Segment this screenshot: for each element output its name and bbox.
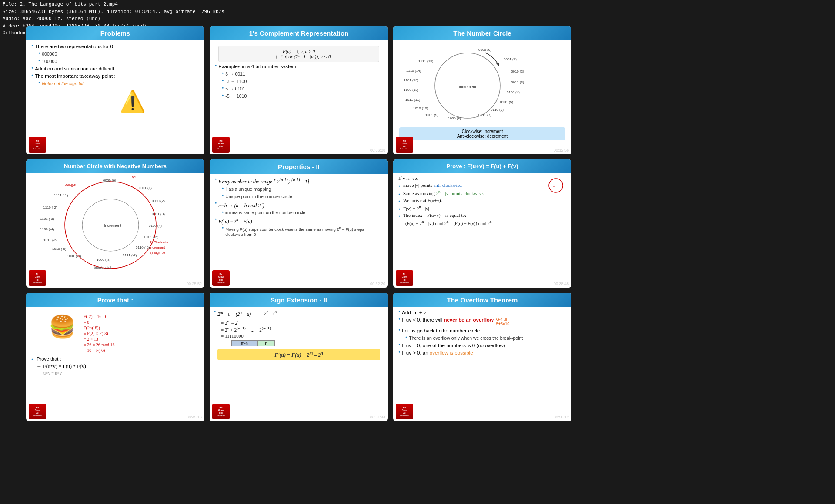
clockwise-label: Clockwise: increment	[403, 129, 562, 134]
mcgraw-logo: McGrawHillEducation	[29, 404, 46, 419]
svg-text:0011 (3): 0011 (3)	[152, 212, 165, 216]
burger-formulas: F(-2) = 16 - 6 = 0 F(2×(-8)) ≡ F(2) × F(…	[80, 314, 115, 353]
svg-text:0010 (2): 0010 (2)	[511, 70, 524, 73]
svg-text:0110 (6): 0110 (6)	[491, 108, 504, 112]
sub-formula: u×v ≡ u×v	[43, 371, 199, 375]
slide-properties-ii-body: ● Every number in the range [-2(n-1),2(n…	[210, 174, 388, 242]
se-line-1: ● 2m – u – (2n – u) 2n - 2n	[214, 310, 384, 317]
clockwise-box: Clockwise: increment Anti-clockwise: dec…	[399, 127, 565, 140]
overflow-if-uv-neg: ● If uv < 0, there will never be an over…	[398, 317, 566, 326]
warning-icon: ⚠️	[66, 90, 199, 114]
mcgraw-logo: McGrawHillEducation	[212, 137, 230, 153]
burger-icon: 🍔	[49, 314, 76, 339]
slide-number-circle-negative: Number Circle with Negative Numbers Incr…	[26, 159, 204, 288]
slide-prove-fuv-body: If v is -ve, ● move |v| points anti-cloc…	[393, 173, 571, 230]
prove-line-fv: ● F(v) = 2n - |v|	[398, 205, 566, 211]
svg-text:1011 (-5): 1011 (-5)	[43, 238, 58, 242]
svg-text:0001 (1): 0001 (1)	[139, 186, 152, 190]
svg-text:1100 (-4): 1100 (-4)	[40, 227, 54, 231]
formula-box: F(u) = { u, u ≥ 0 { -(|u| or (2ⁿ - 1 - |…	[218, 46, 379, 62]
svg-text:0000 (0): 0000 (0)	[478, 48, 491, 52]
slide-prove-that-footer: McGrawHillEducation 00:45:16	[26, 411, 204, 421]
svg-text:1111 (-1): 1111 (-1)	[54, 193, 68, 197]
svg-text:1010 (10): 1010 (10)	[413, 106, 428, 110]
timestamp-overflow-theorem: 00:58:12	[554, 415, 569, 419]
prop-unique-mapping: ● Has a unique mapping	[222, 186, 383, 192]
bullet-examples-header: ● Examples in a 4 bit number system	[215, 64, 383, 69]
slide-sign-extension-ii-footer: McGrawHillEducation 00:51:44	[210, 411, 388, 421]
svg-text:0101 (-5): 0101 (-5)	[144, 235, 159, 239]
slide-sign-extension-ii-header: Sign Extension - II	[210, 293, 388, 307]
slide-overflow-theorem-header: The Overflow Theorem	[393, 293, 571, 307]
bullet-dot: ●	[222, 86, 224, 89]
slide-problems-header: Problems	[26, 26, 204, 40]
overflow-add: ● Add : u + v	[398, 310, 566, 315]
bullet-dot: ●	[222, 71, 224, 74]
timestamp-prove-that: 00:45:16	[187, 415, 202, 419]
prove-line-move: ● move |v| points anti-clockwise.	[398, 182, 566, 188]
prop-range: ● Every number in the range [-2(n-1),2(n…	[215, 177, 383, 184]
se-bar-n: n	[257, 340, 275, 346]
info-line-3: Audio: aac, 48000 Hz, stereo (und)	[3, 15, 224, 23]
bullet-takeaway: ● The most important takeaway point :	[31, 73, 199, 79]
slide-sign-extension-ii: Sign Extension - II ● 2m – u – (2n – u) …	[210, 293, 388, 421]
bullet-dot: ●	[38, 51, 40, 54]
slide-number-circle: The Number Circle Increment 0000 (0) 000…	[393, 26, 571, 154]
bullet-dot: ●	[38, 59, 40, 62]
bullet-dot: ●	[31, 66, 33, 69]
slide-number-circle-negative-body: Increment 0000 (0) 0001 (1) 0010 (2) 001…	[26, 173, 204, 275]
svg-text:0010 (2): 0010 (2)	[152, 199, 165, 203]
svg-text:2) Sign bit: 2) Sign bit	[150, 251, 166, 255]
svg-text:0011 (3): 0011 (3)	[511, 80, 524, 84]
slide-properties-ii: Properties - II ● Every number in the ra…	[210, 159, 388, 288]
svg-text:1010 (-6): 1010 (-6)	[52, 247, 67, 251]
prove-line-same: ● Same as moving 2n – |v| points clockwi…	[398, 189, 566, 196]
svg-text:0110 (-6): 0110 (-6)	[136, 245, 150, 249]
overflow-uv-zero: ● If uv = 0, one of the numbers is 0 (no…	[398, 343, 566, 348]
timestamp-number-circle-negative: 00:25:52	[187, 282, 202, 286]
se-line-2: = 2m – 2n	[221, 319, 384, 325]
example-3: ● 5 → 0101	[222, 86, 383, 91]
slide-prove-that-header: Prove that :	[26, 293, 204, 307]
slide-ones-complement-header: 1's Complement Representation	[210, 26, 388, 40]
slide-number-circle-header: The Number Circle	[393, 26, 571, 40]
se-line-3: = 2n + 2(n+1) + ... + 2(m-1)	[221, 326, 384, 332]
overflow-back-circle: ● Let us go back to the number circle	[398, 328, 566, 333]
slide-problems-footer: McGrawHillEducation	[26, 145, 204, 154]
svg-text:-5=-g-8: -5=-g-8	[65, 183, 77, 187]
anticlockwise-label: Anti-clockwise: decrement	[403, 134, 562, 139]
example-2: ● -3 → 1100	[222, 79, 383, 84]
mcgraw-logo: McGrawHillEducation	[212, 270, 230, 286]
svg-text:0111 (7): 0111 (7)	[478, 113, 491, 117]
timestamp-prove-fuv: 00:38:48	[554, 282, 569, 286]
info-line-2: Size: 386546731 bytes (368.64 MiB), dura…	[3, 8, 224, 16]
bullet-100000: ● 100000	[38, 59, 199, 64]
timestamp-sign-extension-ii: 00:51:44	[370, 415, 385, 419]
svg-text:1110 (14): 1110 (14)	[406, 69, 421, 73]
mcgraw-logo: McGrawHillEducation	[396, 137, 413, 153]
svg-text:break point: break point	[94, 265, 111, 269]
bullet-notion: ● Notion of the sign bit	[38, 81, 199, 86]
mcgraw-logo: McGrawHillEducation	[29, 270, 46, 286]
slide-problems: Problems ● There are two representations…	[26, 26, 204, 154]
svg-text:+yc: +yc	[130, 175, 136, 179]
svg-text:1101 (13): 1101 (13)	[404, 78, 419, 82]
slide-overflow-theorem: The Overflow Theorem ● Add : u + v ● If …	[393, 293, 571, 421]
slide-number-circle-footer: McGrawHillEducation 00:12:56	[393, 145, 571, 154]
svg-text:1000 (-8): 1000 (-8)	[97, 258, 111, 262]
timestamp-number-circle: 00:12:56	[554, 148, 569, 153]
svg-text:0100 (4): 0100 (4)	[149, 224, 162, 228]
slide-prove-that-body: 🍔 F(-2) = 16 - 6 = 0 F(2×(-8)) ≡ F(2) × …	[26, 307, 204, 379]
circle-annotation: u	[547, 177, 564, 195]
prop-unique-point: ● Unique point in the number circle	[222, 194, 383, 199]
mcgraw-logo: McGrawHillEducation	[396, 270, 413, 286]
bullet-dot: ●	[215, 201, 217, 204]
slide-prove-fuv-header: Prove : F(u+v) ≡ F(u) + F(v)	[393, 159, 571, 173]
bullet-dot: ●	[222, 93, 224, 96]
svg-text:1000 (8): 1000 (8)	[448, 116, 461, 120]
slide-number-circle-body: Increment 0000 (0) 0001 (1) 0010 (2) 001…	[393, 40, 571, 144]
prove-footer-formula: ● Prove that :	[31, 356, 199, 361]
prop-mod: ● a≡b → (a = b mod 2n)	[215, 201, 383, 208]
svg-text:1011 (11): 1011 (11)	[405, 98, 421, 102]
example-1: ● 3 → 0011	[222, 71, 383, 76]
